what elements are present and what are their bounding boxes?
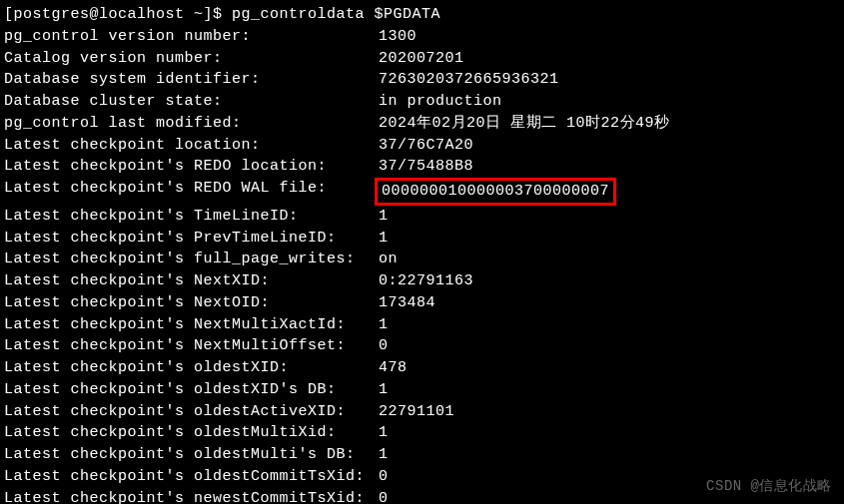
output-row: Latest checkpoint's NextOID: 173484 — [4, 292, 840, 314]
output-label: Latest checkpoint's oldestXID's DB: — [4, 379, 379, 401]
output-label: Latest checkpoint's REDO WAL file: — [4, 178, 379, 206]
output-row: Catalog version number: 202007201 — [4, 48, 840, 70]
output-value: 1 — [379, 379, 389, 401]
output-value: 22791101 — [379, 401, 454, 423]
terminal-prompt-line: [postgres@localhost ~]$ pg_controldata $… — [4, 4, 840, 26]
output-row: Latest checkpoint's oldestCommitTsXid:0 — [4, 466, 840, 488]
output-value: 1 — [379, 422, 389, 444]
output-row: Latest checkpoint's oldestActiveXID: 227… — [4, 401, 840, 423]
output-label: Latest checkpoint's oldestActiveXID: — [4, 401, 379, 423]
output-label: Latest checkpoint's REDO location: — [4, 156, 379, 178]
output-row: Latest checkpoint's newestCommitTsXid:0 — [4, 488, 840, 505]
output-label: Database cluster state: — [4, 91, 379, 113]
output-row: Latest checkpoint location: 37/76C7A20 — [4, 135, 840, 157]
output-row: pg_control version number: 1300 — [4, 26, 840, 48]
output-value: 173484 — [379, 292, 435, 314]
output-row: Latest checkpoint's REDO WAL file: 00000… — [4, 178, 840, 206]
output-row: Latest checkpoint's NextMultiOffset: 0 — [4, 335, 840, 357]
output-row: Latest checkpoint's TimeLineID: 1 — [4, 206, 840, 228]
output-label: Latest checkpoint's oldestMultiXid: — [4, 422, 379, 444]
output-value: 1 — [379, 444, 389, 466]
output-value: 0:22791163 — [379, 270, 473, 292]
terminal-output: pg_control version number: 1300Catalog v… — [4, 26, 840, 504]
output-row: Latest checkpoint's NextXID: 0:22791163 — [4, 270, 840, 292]
output-value: 1300 — [379, 26, 417, 48]
shell-prompt: [postgres@localhost ~]$ — [4, 6, 232, 23]
output-label: Latest checkpoint's full_page_writes: — [4, 249, 379, 270]
output-label: Latest checkpoint's NextXID: — [4, 270, 379, 292]
output-row: Database cluster state: in production — [4, 91, 840, 113]
output-row: Latest checkpoint's PrevTimeLineID: 1 — [4, 228, 840, 250]
output-value: on — [379, 249, 398, 270]
output-row: Latest checkpoint's oldestMulti's DB: 1 — [4, 444, 840, 466]
output-value: 478 — [379, 357, 408, 379]
output-row: Latest checkpoint's oldestMultiXid: 1 — [4, 422, 840, 444]
output-label: Latest checkpoint's newestCommitTsXid: — [4, 488, 379, 505]
output-value: 7263020372665936321 — [379, 69, 559, 91]
output-label: Latest checkpoint's oldestMulti's DB: — [4, 444, 379, 466]
shell-command: pg_controldata $PGDATA — [232, 6, 440, 23]
output-row: Latest checkpoint's full_page_writes: on — [4, 249, 840, 270]
output-value: in production — [379, 91, 502, 113]
output-label: Latest checkpoint's TimeLineID: — [4, 206, 379, 228]
output-value: 37/75488B8 — [379, 156, 473, 178]
output-row: Latest checkpoint's oldestXID's DB: 1 — [4, 379, 840, 401]
output-row: Latest checkpoint's oldestXID: 478 — [4, 357, 840, 379]
output-label: Latest checkpoint's NextOID: — [4, 292, 379, 314]
output-value: 0 — [379, 488, 389, 505]
output-label: Latest checkpoint's NextMultiOffset: — [4, 335, 379, 357]
output-value: 37/76C7A20 — [379, 135, 473, 157]
output-label: Catalog version number: — [4, 48, 379, 70]
output-value: 202007201 — [379, 48, 464, 70]
output-value: 1 — [379, 206, 389, 228]
output-label: Database system identifier: — [4, 69, 379, 91]
output-value-highlighted: 000000010000003700000007 — [375, 178, 616, 206]
output-value: 1 — [379, 228, 389, 250]
output-label: Latest checkpoint's NextMultiXactId: — [4, 314, 379, 336]
output-value: 2024年02月20日 星期二 10时22分49秒 — [379, 113, 670, 135]
output-label: Latest checkpoint's oldestCommitTsXid: — [4, 466, 379, 488]
output-label: Latest checkpoint's oldestXID: — [4, 357, 379, 379]
output-value: 0 — [379, 335, 389, 357]
output-label: Latest checkpoint's PrevTimeLineID: — [4, 228, 379, 250]
output-row: Latest checkpoint's NextMultiXactId: 1 — [4, 314, 840, 336]
output-value: 0 — [379, 466, 389, 488]
output-value: 1 — [379, 314, 389, 336]
output-row: pg_control last modified: 2024年02月20日 星期… — [4, 113, 840, 135]
output-row: Database system identifier: 726302037266… — [4, 69, 840, 91]
output-row: Latest checkpoint's REDO location: 37/75… — [4, 156, 840, 178]
output-label: Latest checkpoint location: — [4, 135, 379, 157]
output-label: pg_control last modified: — [4, 113, 379, 135]
output-label: pg_control version number: — [4, 26, 379, 48]
